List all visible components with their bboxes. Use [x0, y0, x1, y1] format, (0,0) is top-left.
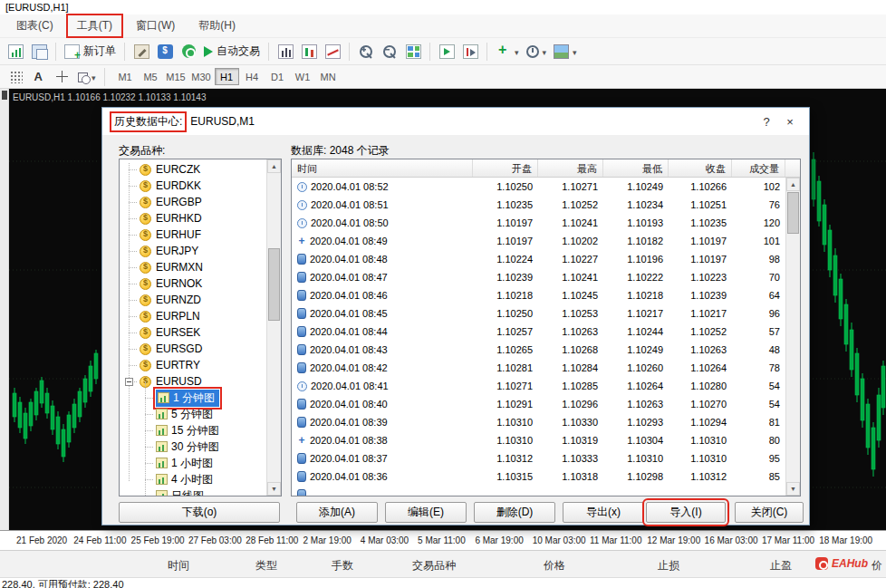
column-header-0[interactable]: 时间 — [292, 159, 473, 177]
tree-symbol-EURNOK[interactable]: EURNOK — [120, 275, 266, 292]
history-row[interactable]: 2020.04.01 08:421.102811.102841.102601.1… — [292, 359, 785, 377]
column-header-5[interactable]: 成交量 — [732, 159, 785, 177]
add-button[interactable]: 添加(A) — [296, 502, 378, 523]
text-label-button[interactable] — [27, 66, 51, 88]
tree-symbol-EURNZD[interactable]: EURNZD — [120, 292, 266, 308]
tree-period-item[interactable]: 日线图 — [120, 487, 266, 496]
collapse-icon[interactable] — [125, 378, 133, 386]
cursor-button[interactable] — [4, 66, 27, 88]
candlestick-chart-button[interactable] — [297, 41, 321, 63]
autotrading-button[interactable]: 自动交易 — [200, 41, 264, 63]
tree-period-item[interactable]: 1 小时图 — [120, 455, 266, 471]
tree-symbol-EURTRY[interactable]: EURTRY — [120, 357, 266, 373]
chart-time-axis[interactable]: 21 Feb 202024 Feb 11:0025 Feb 19:0027 Fe… — [0, 530, 886, 550]
tree-period-item[interactable]: 30 分钟图 — [120, 439, 266, 455]
periods-dropdown[interactable] — [523, 41, 551, 63]
tree-period-item[interactable]: 5 分钟图 — [120, 406, 266, 422]
scroll-up-arrow-icon[interactable] — [786, 178, 800, 191]
tile-windows-button[interactable] — [401, 41, 425, 63]
tree-symbol-EURHUF[interactable]: EURHUF — [120, 227, 266, 243]
tree-symbol-EURMXN[interactable]: EURMXN — [120, 259, 266, 275]
column-header-1[interactable]: 开盘 — [473, 159, 538, 177]
chart-shift-button[interactable] — [458, 41, 482, 63]
history-row[interactable]: 2020.04.01 08:361.103151.103181.102981.1… — [292, 468, 785, 486]
dialog-titlebar[interactable]: 历史数据中心: EURUSD,M1 ? × — [102, 108, 809, 135]
tree-symbol-EURSEK[interactable]: EURSEK — [120, 324, 266, 341]
export-button[interactable]: 导出(x) — [563, 502, 644, 523]
timeframe-d1[interactable]: D1 — [265, 68, 290, 85]
indicators-icon — [496, 44, 511, 59]
signals-button[interactable] — [177, 41, 200, 63]
timeframe-h1[interactable]: H1 — [215, 68, 239, 85]
tree-symbol-EURGBP[interactable]: EURGBP — [120, 194, 266, 210]
tree-period-item[interactable]: 15 分钟图 — [120, 422, 266, 439]
history-row[interactable]: 2020.04.01 08:441.102571.102631.102441.1… — [292, 323, 785, 341]
market-button[interactable] — [153, 41, 177, 63]
history-row[interactable]: 2020.04.01 08:411.102711.102851.102641.1… — [292, 377, 785, 395]
tree-period-item[interactable]: 4 小时图 — [120, 471, 266, 487]
menu-item-window[interactable]: 窗口(W) — [127, 15, 184, 36]
zoom-out-button[interactable] — [378, 41, 401, 63]
dialog-close-button[interactable]: × — [778, 115, 802, 129]
timeframe-mn[interactable]: MN — [316, 68, 341, 85]
history-row[interactable]: 2020.04.01 08:371.103121.103331.103101.1… — [292, 449, 785, 468]
history-row[interactable]: 2020.04.01 08:511.102351.102521.102341.1… — [292, 196, 785, 214]
close-button[interactable]: 关闭(C) — [735, 502, 804, 523]
timeframe-m1[interactable]: M1 — [113, 68, 138, 85]
menu-item-help[interactable]: 帮助(H) — [189, 15, 245, 36]
history-row[interactable]: 2020.04.01 08:401.102911.102961.102631.1… — [292, 395, 785, 413]
history-row[interactable]: 2020.04.01 08:481.102241.102271.101961.1… — [292, 250, 785, 268]
scroll-thumb[interactable] — [268, 248, 280, 321]
templates-dropdown[interactable] — [550, 41, 581, 63]
timeframe-m15[interactable]: M15 — [164, 68, 188, 85]
tree-scrollbar[interactable] — [266, 159, 281, 496]
new-chart-button[interactable] — [4, 41, 27, 63]
delete-button[interactable]: 删除(D) — [474, 502, 555, 523]
zoom-in-button[interactable] — [354, 41, 378, 63]
bar-chart-button[interactable] — [274, 41, 297, 63]
scroll-down-arrow-icon[interactable] — [786, 482, 800, 496]
tree-symbol-EURJPY[interactable]: EURJPY — [120, 243, 266, 259]
history-row[interactable]: 2020.04.01 08:471.102391.102411.102221.1… — [292, 268, 785, 286]
menu-item-chart[interactable]: 图表(C) — [7, 15, 63, 36]
column-header-4[interactable]: 收盘 — [669, 159, 732, 177]
history-row[interactable]: 2020.04.01 08:451.102501.102531.102171.1… — [292, 304, 785, 323]
column-header-3[interactable]: 最低 — [603, 159, 669, 177]
import-button[interactable]: 导入(I) — [646, 502, 726, 523]
scroll-down-arrow-icon[interactable] — [267, 482, 281, 496]
tree-period-item[interactable]: 1 分钟图 — [120, 390, 266, 406]
timeframe-m30[interactable]: M30 — [189, 68, 214, 85]
timeframe-m5[interactable]: M5 — [139, 68, 163, 85]
history-row[interactable]: 2020.04.01 08:391.103101.103301.102931.1… — [292, 413, 785, 431]
edit-button[interactable]: 编辑(E) — [385, 502, 467, 523]
history-row[interactable]: 2020.04.01 08:381.103101.103191.103041.1… — [292, 431, 785, 449]
tree-symbol-EURSGD[interactable]: EURSGD — [120, 341, 266, 357]
scroll-up-arrow-icon[interactable] — [267, 159, 281, 173]
download-button[interactable]: 下载(o) — [119, 502, 280, 523]
timeframe-w1[interactable]: W1 — [291, 68, 315, 85]
history-row[interactable]: 2020.04.01 08:501.101971.102411.101931.1… — [292, 214, 785, 232]
tree-symbol-EURPLN[interactable]: EURPLN — [120, 308, 266, 324]
dialog-help-button[interactable]: ? — [755, 115, 778, 129]
column-header-2[interactable]: 最高 — [538, 159, 603, 177]
menu-item-tools[interactable]: 工具(T) — [68, 15, 121, 36]
table-scrollbar[interactable] — [785, 178, 800, 496]
scroll-thumb[interactable] — [787, 192, 799, 234]
auto-scroll-button[interactable] — [435, 41, 458, 63]
tree-symbol-EURUSD[interactable]: EURUSD — [120, 373, 266, 390]
history-row[interactable]: 2020.04.01 08:431.102651.102681.102491.1… — [292, 341, 785, 359]
profiles-button[interactable] — [27, 41, 51, 63]
crosshair-button[interactable] — [51, 66, 74, 88]
history-row[interactable]: 2020.04.01 08:521.102501.102711.102491.1… — [292, 178, 785, 196]
indicators-dropdown[interactable] — [492, 41, 523, 63]
new-order-button[interactable]: 新订单 — [61, 41, 120, 63]
metaeditor-button[interactable] — [130, 41, 153, 63]
history-row[interactable]: 2020.04.01 08:461.102181.102451.102181.1… — [292, 286, 785, 304]
tree-symbol-EURDKK[interactable]: EURDKK — [120, 178, 266, 194]
tree-symbol-EURCZK[interactable]: EURCZK — [120, 161, 266, 178]
line-chart-button[interactable] — [321, 41, 344, 63]
tree-symbol-EURHKD[interactable]: EURHKD — [120, 210, 266, 227]
shapes-dropdown[interactable] — [74, 66, 100, 88]
timeframe-h4[interactable]: H4 — [240, 68, 265, 85]
history-row[interactable]: 2020.04.01 08:491.101971.102021.101821.1… — [292, 232, 785, 250]
